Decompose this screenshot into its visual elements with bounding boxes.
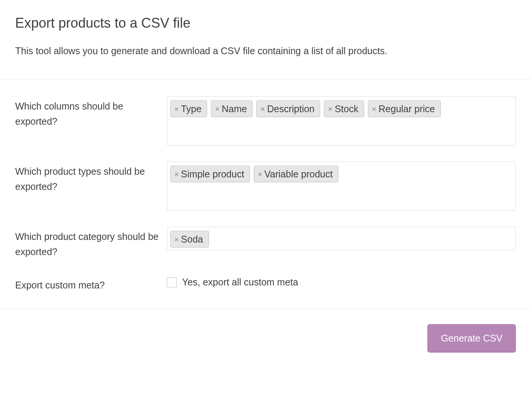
tag: ×Description <box>256 100 320 117</box>
tag-label: Variable product <box>264 168 333 180</box>
row-columns: Which columns should be exported? ×Type×… <box>15 96 516 146</box>
remove-icon[interactable]: × <box>328 105 332 113</box>
multiselect-product-types[interactable]: ×Simple product×Variable product <box>167 161 516 211</box>
multiselect-category[interactable]: ×Soda <box>167 227 516 250</box>
page-title: Export products to a CSV file <box>15 15 516 31</box>
tag: ×Simple product <box>170 166 250 182</box>
page-description: This tool allows you to generate and dow… <box>15 45 516 56</box>
label-product-types: Which product types should be exported? <box>15 161 167 194</box>
remove-icon[interactable]: × <box>174 236 179 243</box>
row-category: Which product category should be exporte… <box>15 227 516 259</box>
tag: ×Name <box>211 100 253 117</box>
label-category: Which product category should be exporte… <box>15 227 167 259</box>
tag-label: Simple product <box>181 168 244 180</box>
tag: ×Variable product <box>254 166 338 182</box>
remove-icon[interactable]: × <box>174 171 179 178</box>
row-product-types: Which product types should be exported? … <box>15 161 516 211</box>
section-divider <box>0 79 531 80</box>
tag: ×Type <box>170 100 207 117</box>
generate-csv-button[interactable]: Generate CSV <box>427 324 516 353</box>
checkbox-custom-meta-label: Yes, export all custom meta <box>182 277 298 288</box>
remove-icon[interactable]: × <box>258 171 262 178</box>
remove-icon[interactable]: × <box>372 105 376 113</box>
remove-icon[interactable]: × <box>261 105 265 113</box>
remove-icon[interactable]: × <box>174 105 179 113</box>
tag-label: Regular price <box>379 103 435 114</box>
multiselect-columns[interactable]: ×Type×Name×Description×Stock×Regular pri… <box>167 96 516 146</box>
tag-label: Stock <box>335 103 358 114</box>
tag: ×Soda <box>170 231 209 248</box>
label-columns: Which columns should be exported? <box>15 96 167 129</box>
tag: ×Regular price <box>368 100 441 117</box>
tag-label: Name <box>222 103 247 114</box>
tag-label: Type <box>181 103 201 114</box>
remove-icon[interactable]: × <box>215 105 219 113</box>
tag: ×Stock <box>324 100 364 117</box>
label-custom-meta: Export custom meta? <box>15 275 167 293</box>
checkbox-custom-meta[interactable] <box>167 277 177 287</box>
row-custom-meta: Export custom meta? Yes, export all cust… <box>15 275 516 293</box>
tag-label: Soda <box>181 234 203 245</box>
tag-label: Description <box>267 103 314 114</box>
